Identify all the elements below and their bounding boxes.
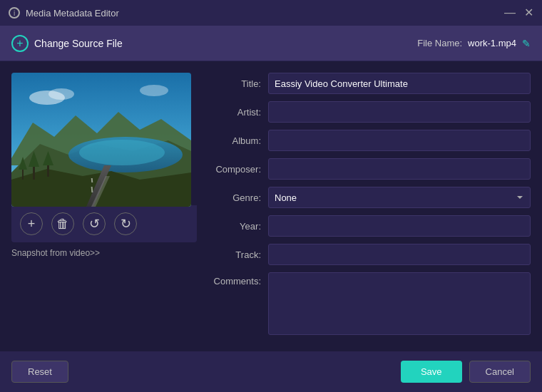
- cancel-button[interactable]: Cancel: [469, 361, 531, 383]
- genre-row: Genre: None Pop Rock Jazz Classical Othe…: [211, 187, 531, 208]
- snapshot-link[interactable]: Snapshot from video>>: [11, 248, 197, 258]
- save-button[interactable]: Save: [401, 361, 462, 383]
- right-panel: Title: Artist: Album: Composer: Genre: N…: [211, 73, 531, 339]
- title-bar-controls: — ✕: [504, 7, 533, 19]
- app-title: Media Metadata Editor: [26, 8, 119, 19]
- composer-input[interactable]: [268, 158, 531, 180]
- year-input[interactable]: [268, 215, 531, 237]
- svg-point-17: [48, 88, 74, 100]
- artist-label: Artist:: [211, 107, 268, 118]
- track-input[interactable]: [268, 244, 531, 265]
- toolbar-right: File Name: work-1.mp4 ✎: [417, 38, 531, 49]
- file-name-label: File Name:: [417, 38, 462, 48]
- undo-button[interactable]: ↺: [83, 212, 106, 235]
- reset-button[interactable]: Reset: [11, 361, 68, 383]
- track-row: Track:: [211, 244, 531, 265]
- title-bar: i Media Metadata Editor — ✕: [0, 0, 542, 26]
- add-image-button[interactable]: +: [20, 212, 43, 235]
- album-input[interactable]: [268, 130, 531, 151]
- change-source-label: Change Source File: [34, 38, 123, 49]
- track-label: Track:: [211, 249, 268, 260]
- undo-icon: ↺: [89, 216, 100, 232]
- redo-button[interactable]: ↻: [114, 212, 137, 235]
- toolbar: + Change Source File File Name: work-1.m…: [0, 26, 542, 61]
- title-bar-left: i Media Metadata Editor: [9, 7, 119, 19]
- delete-image-button[interactable]: 🗑: [51, 212, 74, 235]
- svg-rect-12: [47, 164, 49, 177]
- left-panel: + 🗑 ↺ ↻ Snapshot from video>>: [11, 73, 197, 339]
- composer-row: Composer:: [211, 158, 531, 180]
- close-button[interactable]: ✕: [524, 7, 533, 19]
- change-source-button[interactable]: + Change Source File: [11, 35, 123, 52]
- trash-icon: 🗑: [56, 217, 69, 232]
- album-label: Album:: [211, 135, 268, 146]
- plus-icon: +: [28, 217, 36, 232]
- add-icon: +: [11, 35, 29, 52]
- album-row: Album:: [211, 130, 531, 151]
- svg-rect-14: [22, 169, 24, 180]
- image-controls: + 🗑 ↺ ↻: [11, 205, 197, 242]
- svg-point-4: [79, 140, 165, 165]
- artist-row: Artist:: [211, 101, 531, 123]
- footer: Reset Save Cancel: [0, 351, 542, 392]
- thumbnail-image: [11, 73, 191, 207]
- main-content: + 🗑 ↺ ↻ Snapshot from video>> Title: Art…: [0, 61, 542, 351]
- artist-input[interactable]: [268, 101, 531, 123]
- genre-select[interactable]: None Pop Rock Jazz Classical Other: [268, 187, 531, 208]
- minimize-button[interactable]: —: [504, 7, 516, 19]
- footer-buttons-right: Save Cancel: [401, 361, 531, 383]
- composer-label: Composer:: [211, 164, 268, 175]
- toolbar-left: + Change Source File: [11, 35, 123, 52]
- redo-icon: ↻: [121, 216, 131, 232]
- comments-textarea[interactable]: [268, 272, 531, 335]
- edit-filename-button[interactable]: ✎: [522, 38, 531, 49]
- info-icon: i: [9, 7, 20, 19]
- svg-rect-10: [33, 165, 35, 180]
- title-label: Title:: [211, 78, 268, 89]
- svg-point-18: [140, 85, 168, 96]
- comments-row: Comments:: [211, 272, 531, 335]
- title-row: Title:: [211, 73, 531, 94]
- year-label: Year:: [211, 221, 268, 232]
- title-input[interactable]: [268, 73, 531, 94]
- genre-label: Genre:: [211, 192, 268, 203]
- thumbnail-wrapper: [11, 73, 191, 207]
- year-row: Year:: [211, 215, 531, 237]
- comments-label: Comments:: [211, 272, 268, 287]
- file-name-value: work-1.mp4: [468, 38, 516, 48]
